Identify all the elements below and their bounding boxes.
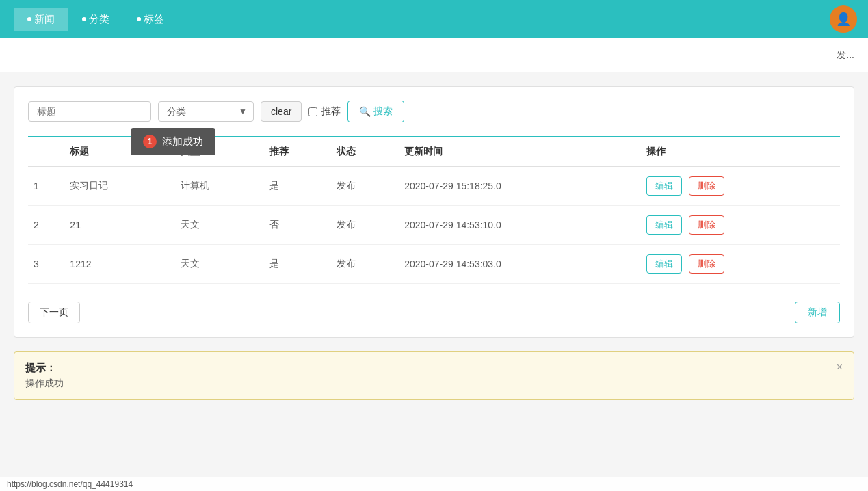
col-index [28, 137, 64, 167]
nav-label-tags: 标签 [144, 13, 164, 26]
cell-index-1: 1 [28, 167, 64, 206]
alert-close-button[interactable]: × [837, 362, 843, 373]
nav-label-category: 分类 [89, 13, 109, 26]
recommend-label: 推荐 [321, 105, 341, 118]
nav-dot-category [82, 17, 86, 21]
cell-actions-3: 编辑 删除 [641, 245, 840, 284]
cell-recommend-1: 是 [264, 167, 332, 206]
nav-label-news: 新闻 [34, 13, 55, 26]
nav-item-category[interactable]: 分类 [68, 8, 123, 31]
nav-dot-news [27, 17, 31, 21]
alert-title: 提示： [25, 362, 64, 375]
cell-index-2: 2 [28, 206, 64, 245]
cell-actions-1: 编辑 删除 [641, 167, 840, 206]
annotation-badge-1: 1 [143, 135, 157, 148]
cell-index-3: 3 [28, 245, 64, 284]
edit-button-2[interactable]: 编辑 [646, 215, 682, 235]
success-tooltip-text: 添加成功 [162, 135, 203, 148]
cell-updated-2: 2020-07-29 14:53:10.0 [399, 206, 641, 245]
navbar: 新闻 分类 标签 👤 [0, 0, 868, 38]
edit-button-3[interactable]: 编辑 [646, 254, 682, 274]
edit-button-1[interactable]: 编辑 [646, 176, 682, 196]
add-button[interactable]: 新增 [795, 302, 840, 323]
cell-recommend-3: 是 [264, 245, 332, 284]
subheader: 发... [0, 38, 868, 72]
table-row: 1 实习日记 计算机 是 发布 2020-07-29 15:18:25.0 编辑… [28, 167, 840, 206]
category-select-wrap: 分类 ▼ [158, 101, 254, 122]
alert-box: 提示： 操作成功 × [14, 351, 854, 400]
search-button[interactable]: 🔍 搜索 [347, 101, 404, 122]
delete-button-1[interactable]: 删除 [689, 176, 724, 196]
cell-type-1: 计算机 [175, 167, 264, 206]
table-footer: 下一页 新增 [28, 295, 840, 323]
cell-recommend-2: 否 [264, 206, 332, 245]
cell-status-3: 发布 [331, 245, 399, 284]
table-row: 2 21 天文 否 发布 2020-07-29 14:53:10.0 编辑 删除 [28, 206, 840, 245]
subheader-text: 发... [837, 49, 854, 62]
nav-item-news[interactable]: 新闻 [14, 8, 68, 31]
recommend-checkbox[interactable] [308, 107, 317, 116]
cell-actions-2: 编辑 删除 [641, 206, 840, 245]
content-card: 分类 ▼ clear 推荐 🔍 搜索 1 添加成功 [14, 86, 854, 338]
cell-title-2: 21 [64, 206, 174, 245]
cell-title-1: 实习日记 [64, 167, 174, 206]
recommend-checkbox-label[interactable]: 推荐 [308, 105, 341, 118]
nav-item-tags[interactable]: 标签 [123, 8, 178, 31]
cell-updated-3: 2020-07-29 14:53:03.0 [399, 245, 641, 284]
table-container: 标题 类型 推荐 状态 更新时间 操作 1 实习日记 计算机 是 [28, 136, 840, 284]
col-updated: 更新时间 [399, 137, 641, 167]
search-icon: 🔍 [359, 106, 371, 117]
cell-status-1: 发布 [331, 167, 399, 206]
category-select[interactable]: 分类 [158, 101, 254, 122]
avatar[interactable]: 👤 [830, 5, 857, 33]
next-page-button[interactable]: 下一页 [28, 302, 80, 323]
filter-row: 分类 ▼ clear 推荐 🔍 搜索 [28, 101, 840, 122]
col-recommend: 推荐 [264, 137, 332, 167]
table-body: 1 实习日记 计算机 是 发布 2020-07-29 15:18:25.0 编辑… [28, 167, 840, 284]
nav-dot-tags [137, 17, 141, 21]
success-tooltip: 1 添加成功 [131, 128, 215, 155]
clear-button[interactable]: clear [261, 101, 302, 122]
data-table: 标题 类型 推荐 状态 更新时间 操作 1 实习日记 计算机 是 [28, 136, 840, 284]
cell-updated-1: 2020-07-29 15:18:25.0 [399, 167, 641, 206]
title-search-input[interactable] [28, 101, 151, 122]
delete-button-2[interactable]: 删除 [689, 215, 724, 235]
filter-container: 分类 ▼ clear 推荐 🔍 搜索 1 添加成功 [28, 101, 840, 122]
search-label: 搜索 [373, 105, 393, 118]
col-actions: 操作 [641, 137, 840, 167]
alert-body: 操作成功 [25, 377, 64, 390]
cell-status-2: 发布 [331, 206, 399, 245]
cell-title-3: 1212 [64, 245, 174, 284]
cell-type-3: 天文 [175, 245, 264, 284]
col-status: 状态 [331, 137, 399, 167]
table-row: 3 1212 天文 是 发布 2020-07-29 14:53:03.0 编辑 … [28, 245, 840, 284]
main-content: 分类 ▼ clear 推荐 🔍 搜索 1 添加成功 [0, 72, 868, 414]
delete-button-3[interactable]: 删除 [689, 254, 724, 274]
cell-type-2: 天文 [175, 206, 264, 245]
alert-content: 提示： 操作成功 [25, 362, 64, 390]
